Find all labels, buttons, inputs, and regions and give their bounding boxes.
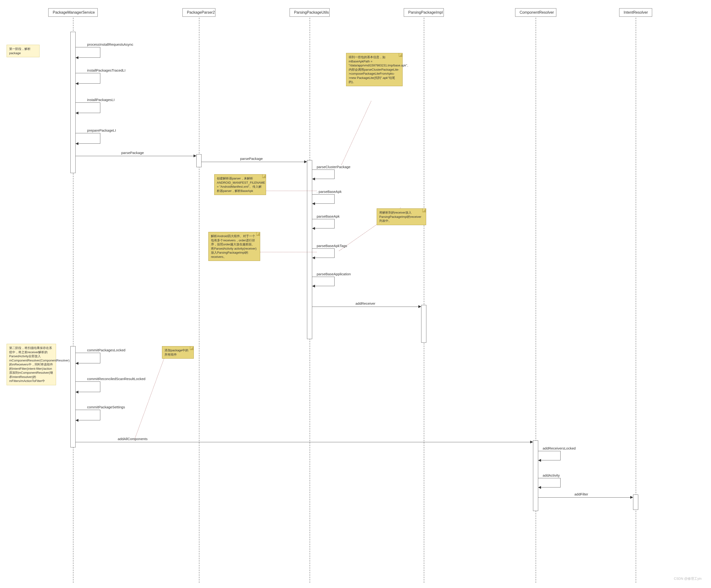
note-addall: 添加package中的所有组件 [162,346,194,359]
arrow-m1 [76,56,79,59]
msg-parsepackage1: parsePackage [121,151,144,155]
participant-parsingpackageutils: ParsingPackageUtils [289,8,330,17]
msg-commitsettings: commitPackageSettings [87,405,125,409]
loop-m3 [76,102,100,113]
loop-m15 [76,410,100,420]
participant-parsingpackageimpl: ParsingPackageImpl [404,8,444,17]
msg-parseclusterpackage: parseClusterPackage [317,165,350,169]
loop-m17 [538,451,561,460]
line-m5 [76,156,196,156]
note-parser: 创建解析器parser，来解析ANDROID_MANIFEST_FILENAME… [214,174,266,195]
msg-addactivity: addActivity [543,473,560,477]
msg-parsebaseapk1: . parseBaseApk [317,190,342,193]
line-m19 [538,497,633,498]
watermark: CSDN @修理工yin [674,577,702,581]
arrow-m12 [418,305,421,308]
lifeline-ppi [424,18,424,583]
arrow-m4 [76,142,79,145]
msg-commitpackageslocked: commitPackagesLocked [87,348,126,352]
participant-packagemanagerservice: PackageManagerService [48,8,98,17]
arrow-m14 [76,391,79,394]
arrow-m10 [312,256,315,259]
loop-m18 [538,478,561,487]
msg-parsebaseapplication: parseBaseApplication [317,272,351,276]
arrow-m11 [312,285,315,288]
msg-addallcomponents: addAllComponents [118,437,148,441]
arrow-m13 [76,362,79,365]
arrow-m18 [538,486,541,489]
msg-parsebaseapk2: parseBaseApk [317,214,340,218]
arrow-m17 [538,459,541,462]
msg-preparepackageli: preparePackageLI [87,128,116,132]
note-phase1: 第一阶段，解析package [6,45,40,57]
arrow-m9 [312,227,315,230]
participant-intentresolver: IntentResolver [619,8,652,17]
connector-cluster [341,101,371,165]
loop-m14 [76,381,100,392]
line-m12 [312,307,421,307]
loop-m7 [312,170,335,179]
activation-cr [533,440,538,511]
msg-addreceiverslocked: addReceiversLocked [543,446,576,450]
msg-addreceiver: addReceiver [356,301,375,306]
msg-parsebaseapktags: parseBaseApkTags [317,244,347,248]
arrow-m2 [76,82,79,85]
note-receiver: 将解析到的receiver放入ParsingPackageImpl的receiv… [377,208,426,225]
msg-processinstallrequests: processInstallRequestsAsync [87,42,133,46]
lifeline-pp2 [199,18,199,583]
msg-commitreconciled: commitReconciledScanResultLocked [87,377,146,381]
activation-ir [633,495,638,510]
participant-packageparser2: PackageParser2 [182,8,215,17]
loop-m8 [312,194,335,204]
arrow-m5 [194,154,196,157]
loop-m4 [76,133,100,144]
arrow-m8 [312,202,315,205]
arrow-m3 [76,112,79,114]
connector-addall [134,357,165,441]
loop-m10 [312,248,335,258]
arrow-m7 [312,177,315,181]
msg-parsepackage2: parsePackage [240,156,263,161]
loop-m11 [312,277,335,286]
note-phase2: 第二阶段，将扫描结果保存在系统中，将之前receiver解析的ParsedAct… [6,344,56,385]
connector-tags [260,252,317,252]
msg-installpackagestraced: installPackagesTracedLI [87,68,126,72]
msg-addfilter: addFilter [575,492,588,496]
loop-m1 [76,47,100,58]
loop-m13 [76,353,100,363]
participant-componentresolver: ComponentResolver [515,8,556,17]
activation-ppi [421,305,426,343]
connector-parser [266,191,317,191]
activation-ppu [307,160,312,339]
activation-pms-1 [70,32,76,173]
activation-pp2 [196,154,201,167]
arrow-m16 [530,441,533,443]
loop-m9 [312,219,335,228]
msg-installpackagesli: installPackagesLI [87,98,115,102]
arrow-m6 [304,160,307,163]
loop-m2 [76,73,100,84]
note-tags: 解析Android四大组件。对于一个包有多个receivers，order进行排… [208,232,260,261]
arrow-m19 [630,496,633,499]
activation-pms-2 [70,346,76,447]
note-cluster: 得到一些包的基本信息，如mBaseApkPath = "/data/app/vm… [346,53,403,86]
arrow-m15 [76,419,79,422]
line-m16 [76,442,533,442]
